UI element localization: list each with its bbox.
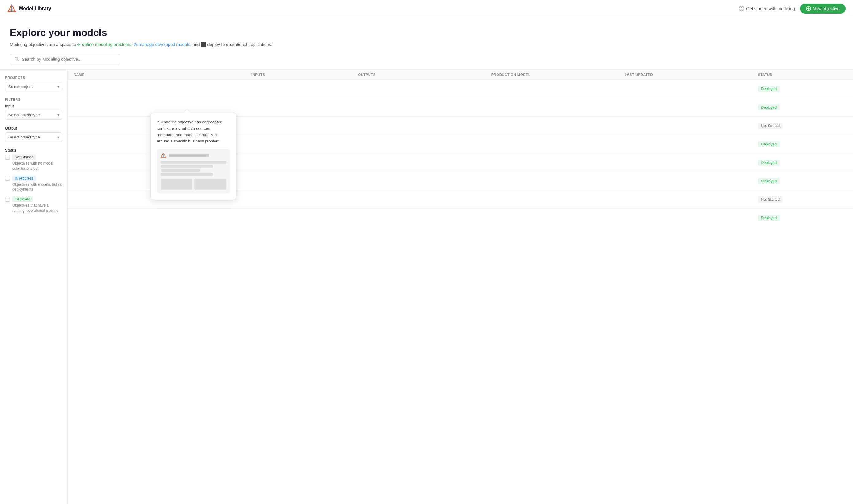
in-progress-checkbox[interactable] <box>5 176 10 181</box>
svg-point-8 <box>15 57 18 60</box>
page-subtitle: Modeling objectives are a space to ✈ def… <box>10 41 843 48</box>
row-status: Not Started <box>758 196 847 202</box>
status-filters: Not Started Objectives with no model sub… <box>5 155 62 213</box>
status-badge-not-started: Not Started <box>758 123 783 129</box>
row-status: Deployed <box>758 141 847 147</box>
preview-line <box>161 173 213 176</box>
output-type-select[interactable]: Select object type <box>5 132 62 142</box>
preview-header <box>161 152 226 158</box>
svg-text:?: ? <box>741 7 743 11</box>
filters-section-label: FILTERS <box>5 97 62 101</box>
tooltip-box: A Modeling objective has aggregated cont… <box>150 113 236 200</box>
row-status: Not Started <box>758 123 847 129</box>
not-started-checkbox[interactable] <box>5 155 10 160</box>
search-bar <box>10 54 120 65</box>
col-last-updated: LAST UPDATED <box>624 73 758 76</box>
table-row[interactable]: Deployed <box>68 209 853 227</box>
status-badge-deployed: Deployed <box>758 215 780 221</box>
output-select-wrapper: Select object type ▾ <box>5 132 62 142</box>
search-input[interactable] <box>22 57 116 62</box>
search-bar-wrapper <box>0 54 853 69</box>
table-area: NAME INPUTS OUTPUTS PRODUCTION MODEL LAS… <box>68 70 853 504</box>
deployed-description: Objectives that have a running, operatio… <box>12 203 62 213</box>
new-objective-label: New objective <box>813 6 839 11</box>
search-icon <box>14 57 19 62</box>
preview-blocks <box>161 179 226 190</box>
row-status: Deployed <box>758 86 847 92</box>
subtitle-link-manage[interactable]: ⊕ manage developed models, <box>133 42 191 47</box>
status-badge-deployed: Deployed <box>758 178 780 184</box>
preview-line <box>161 161 226 164</box>
preview-logo-icon <box>161 152 166 158</box>
not-started-description: Objectives with no model submissions yet <box>12 161 62 171</box>
app-logo: Model Library <box>7 4 51 13</box>
status-filter-label: Status <box>5 148 62 152</box>
deployed-badge-filter: Deployed <box>12 196 33 202</box>
plus-circle-icon <box>806 6 811 11</box>
row-status: Deployed <box>758 160 847 166</box>
output-filter-label: Output <box>5 126 62 130</box>
projects-select[interactable]: Select projects <box>5 82 62 91</box>
row-status: Deployed <box>758 178 847 184</box>
status-badge-not-started: Not Started <box>758 196 783 202</box>
row-status: Deployed <box>758 215 847 221</box>
status-filter-deployed: Deployed Objectives that have a running,… <box>5 196 62 213</box>
in-progress-description: Objectives with models, but no deploymen… <box>12 182 62 193</box>
tooltip-preview <box>157 149 230 193</box>
tooltip-overlay: A Modeling objective has aggregated cont… <box>150 113 236 200</box>
deployed-checkbox[interactable] <box>5 197 10 202</box>
app-title: Model Library <box>19 6 51 11</box>
not-started-badge: Not Started <box>12 155 36 160</box>
in-progress-badge: In Progress <box>12 176 36 181</box>
status-filter-not-started: Not Started Objectives with no model sub… <box>5 155 62 171</box>
help-text: Get started with modeling <box>746 6 795 11</box>
col-outputs: OUTPUTS <box>358 73 491 76</box>
preview-block <box>161 179 193 190</box>
table-header: NAME INPUTS OUTPUTS PRODUCTION MODEL LAS… <box>68 70 853 80</box>
svg-line-9 <box>18 60 19 61</box>
preview-block <box>194 179 226 190</box>
help-link[interactable]: ? Get started with modeling <box>739 6 795 11</box>
status-filter-in-progress: In Progress Objectives with models, but … <box>5 176 62 193</box>
page-header: Explore your models Modeling objectives … <box>0 17 853 54</box>
projects-section-label: PROJECTS <box>5 76 62 79</box>
sidebar: PROJECTS Select projects ▾ FILTERS Input… <box>0 70 68 504</box>
logo-icon <box>7 4 16 13</box>
input-type-select[interactable]: Select object type <box>5 110 62 120</box>
status-badge-deployed: Deployed <box>758 160 780 166</box>
app-header: Model Library ? Get started with modelin… <box>0 0 853 17</box>
input-select-wrapper: Select object type ▾ <box>5 110 62 120</box>
status-badge-deployed: Deployed <box>758 104 780 110</box>
table-row[interactable]: Deployed <box>68 80 853 98</box>
col-inputs: INPUTS <box>251 73 358 76</box>
main-layout: PROJECTS Select projects ▾ FILTERS Input… <box>0 69 853 504</box>
col-status: STATUS <box>758 73 847 76</box>
status-badge-deployed: Deployed <box>758 86 780 92</box>
col-production-model: PRODUCTION MODEL <box>491 73 624 76</box>
status-badge-deployed: Deployed <box>758 141 780 147</box>
preview-line <box>161 165 213 167</box>
subtitle-link-deploy[interactable]: ⬛ deploy to operational applications. <box>201 42 273 47</box>
page-container: Explore your models Modeling objectives … <box>0 17 853 504</box>
preview-line <box>161 169 200 172</box>
page-title: Explore your models <box>10 27 843 38</box>
col-name: NAME <box>74 73 251 76</box>
row-status: Deployed <box>758 104 847 110</box>
input-filter-label: Input <box>5 104 62 108</box>
header-actions: ? Get started with modeling New objectiv… <box>739 4 846 14</box>
new-objective-button[interactable]: New objective <box>800 4 846 14</box>
subtitle-link-define[interactable]: ✈ define modeling problems, <box>77 42 132 47</box>
preview-lines <box>161 161 226 176</box>
tooltip-text: A Modeling objective has aggregated cont… <box>157 119 230 145</box>
projects-select-wrapper: Select projects ▾ <box>5 82 62 91</box>
tooltip-arrow <box>184 110 190 113</box>
help-icon: ? <box>739 6 744 11</box>
